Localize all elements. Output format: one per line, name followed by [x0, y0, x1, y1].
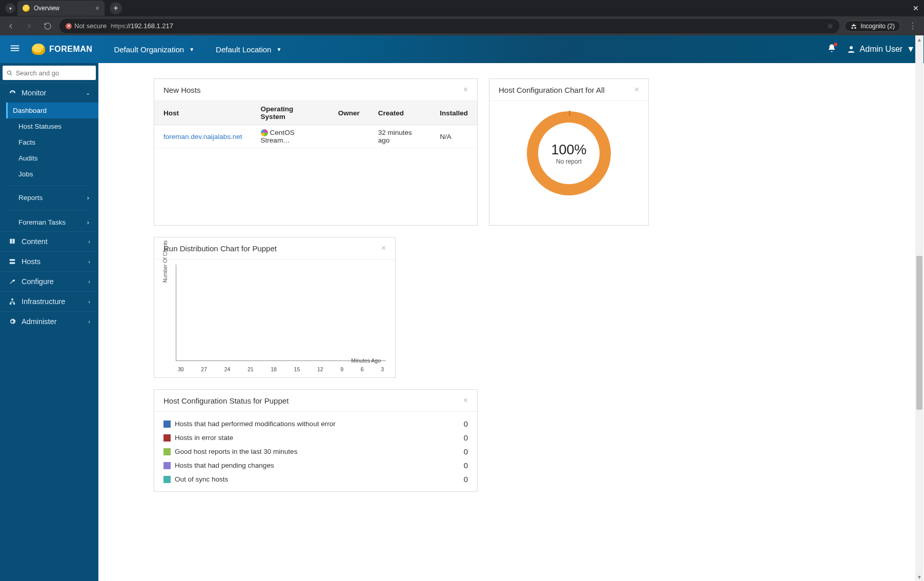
- sidebar-sub-label: Dashboard: [13, 107, 47, 114]
- sidebar-sub-label: Foreman Tasks: [18, 218, 66, 226]
- search-wrap: [0, 63, 98, 83]
- color-swatch-icon: [163, 476, 171, 483]
- sidebar-item-foreman-tasks[interactable]: Foreman Tasks›: [0, 213, 98, 231]
- notifications-button[interactable]: [827, 44, 836, 55]
- browser-tab[interactable]: Overview ×: [17, 1, 105, 16]
- sidebar-item-monitor[interactable]: Monitor ⌄: [0, 83, 98, 103]
- status-count: 0: [464, 419, 468, 428]
- not-secure-icon: ✕: [66, 23, 72, 29]
- sidebar-sub-label: Facts: [18, 138, 35, 146]
- brand-text: FOREMAN: [49, 45, 92, 54]
- sidebar-item-facts[interactable]: Facts: [0, 134, 98, 150]
- chevron-right-icon: ›: [87, 218, 90, 226]
- content-area: New Hosts × Host Operating System Owner …: [98, 63, 924, 581]
- status-row[interactable]: Hosts that had performed modifications w…: [163, 417, 468, 431]
- url-text: https://192.168.1.217: [111, 22, 173, 30]
- sidebar-item-jobs[interactable]: Jobs: [0, 166, 98, 182]
- x-tick: 3: [381, 366, 384, 372]
- security-indicator[interactable]: ✕ Not secure: [66, 22, 107, 30]
- window-close-icon[interactable]: ✕: [913, 4, 919, 12]
- forward-button[interactable]: [23, 19, 36, 33]
- gear-icon: [8, 318, 16, 325]
- scroll-down-icon[interactable]: ▼: [915, 573, 923, 581]
- card-host-config-status: Host Configuration Status for Puppet × H…: [154, 389, 478, 492]
- sidebar-label: Infrastructure: [22, 297, 65, 306]
- scroll-thumb[interactable]: [916, 256, 922, 410]
- user-label: Admin User: [860, 45, 903, 54]
- status-row[interactable]: Out of sync hosts0: [163, 472, 468, 486]
- sidebar-label: Configure: [22, 277, 54, 286]
- card-title: Host Configuration Chart for All: [499, 86, 605, 94]
- x-tick: 18: [271, 366, 277, 372]
- scroll-up-icon[interactable]: ▲: [915, 35, 923, 44]
- search-input[interactable]: [16, 69, 92, 77]
- sidebar-item-hosts[interactable]: Hosts ›: [0, 251, 98, 271]
- sidebar-toggle[interactable]: [9, 43, 20, 56]
- status-label: Hosts that had performed modifications w…: [175, 420, 336, 428]
- location-selector[interactable]: Default Location ▼: [216, 45, 281, 54]
- donut-tick: [569, 111, 570, 116]
- svg-rect-1: [10, 259, 15, 261]
- sidebar-item-administer[interactable]: Administer ›: [0, 311, 98, 331]
- address-bar[interactable]: ✕ Not secure https://192.168.1.217 ☆: [59, 19, 839, 33]
- close-icon[interactable]: ×: [634, 85, 639, 94]
- back-button[interactable]: [4, 19, 17, 33]
- org-selector[interactable]: Default Organization ▼: [114, 45, 194, 54]
- chart-plot-area: [176, 265, 386, 361]
- sidebar-item-reports[interactable]: Reports›: [0, 189, 98, 207]
- col-owner: Owner: [329, 101, 369, 125]
- sidebar-item-infrastructure[interactable]: Infrastructure ›: [0, 291, 98, 311]
- sidebar-item-dashboard[interactable]: Dashboard: [6, 103, 98, 118]
- close-icon[interactable]: ×: [463, 396, 468, 405]
- scrollbar[interactable]: ▲ ▼: [915, 35, 923, 581]
- color-swatch-icon: [163, 434, 171, 442]
- status-row[interactable]: Hosts in error state0: [163, 431, 468, 445]
- status-count: 0: [464, 475, 468, 484]
- sidebar-item-configure[interactable]: Configure ›: [0, 271, 98, 291]
- browser-menu-icon[interactable]: ⋮: [906, 21, 920, 31]
- color-swatch-icon: [163, 462, 171, 469]
- sidebar-label: Administer: [22, 317, 57, 326]
- sidebar-item-audits[interactable]: Audits: [0, 150, 98, 166]
- table-row[interactable]: foreman.dev.naijalabs.net CentOS Stream……: [154, 125, 477, 148]
- search-box[interactable]: [3, 66, 96, 80]
- brand-logo[interactable]: FOREMAN: [32, 44, 92, 55]
- chevron-right-icon: ›: [88, 298, 90, 305]
- user-menu[interactable]: Admin User ▼: [847, 45, 915, 54]
- sidebar: Monitor ⌄ Dashboard Host Statuses Facts …: [0, 63, 98, 581]
- reload-button[interactable]: [41, 19, 54, 33]
- url-bar: ✕ Not secure https://192.168.1.217 ☆ Inc…: [0, 16, 924, 35]
- close-icon[interactable]: ×: [381, 244, 386, 253]
- sidebar-item-host-statuses[interactable]: Host Statuses: [0, 118, 98, 134]
- close-icon[interactable]: ×: [95, 4, 99, 12]
- cell-owner: [329, 125, 369, 148]
- incognito-indicator[interactable]: Incognito (2): [845, 21, 900, 32]
- svg-rect-2: [10, 262, 15, 264]
- status-row[interactable]: Good host reports in the last 30 minutes…: [163, 445, 468, 458]
- host-link[interactable]: foreman.dev.naijalabs.net: [163, 133, 242, 141]
- col-created: Created: [369, 101, 431, 125]
- status-label: Hosts that had pending changes: [175, 462, 274, 469]
- sidebar-label: Hosts: [22, 257, 40, 266]
- new-tab-button[interactable]: +: [110, 2, 122, 14]
- card-header: New Hosts ×: [154, 79, 477, 101]
- status-label: Hosts in error state: [175, 434, 233, 442]
- donut-chart: 100% No report: [489, 101, 648, 211]
- org-label: Default Organization: [114, 45, 184, 54]
- close-icon[interactable]: ×: [463, 85, 468, 94]
- svg-rect-5: [13, 303, 15, 305]
- x-axis-label: Minutes Ago: [351, 357, 381, 364]
- table-header-row: Host Operating System Owner Created Inst…: [154, 101, 477, 125]
- status-row[interactable]: Hosts that had pending changes0: [163, 458, 468, 472]
- hardhat-icon: [32, 44, 45, 55]
- sidebar-item-content[interactable]: Content ›: [0, 231, 98, 251]
- incognito-icon: [850, 23, 857, 30]
- col-installed: Installed: [430, 101, 477, 125]
- os-icon: [261, 129, 268, 136]
- server-icon: [8, 258, 16, 265]
- x-tick: 30: [178, 366, 184, 372]
- cell-created: 32 minutes ago: [369, 125, 431, 148]
- status-label: Out of sync hosts: [175, 475, 228, 483]
- bookmark-icon[interactable]: ☆: [827, 22, 833, 30]
- tab-list-dropdown[interactable]: ▾: [5, 3, 15, 13]
